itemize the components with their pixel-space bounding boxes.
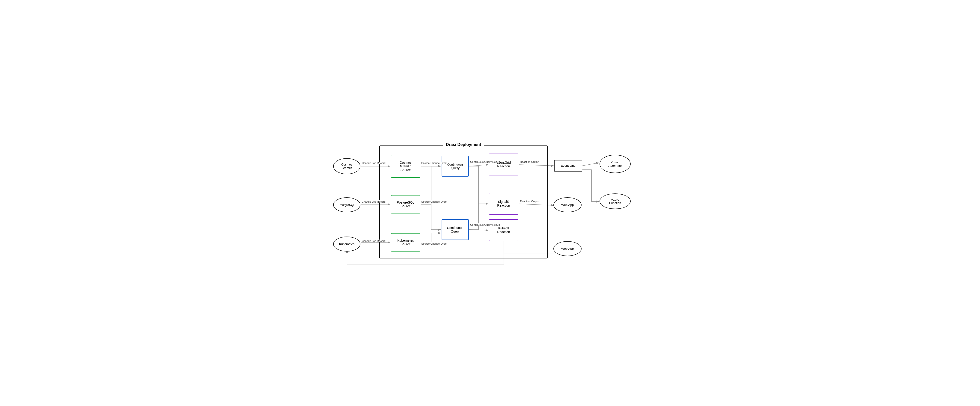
web-app-1-ellipse: Web App <box>554 197 582 212</box>
web-app-2-ellipse: Web App <box>554 241 582 256</box>
kubernetes-ellipse: Kubernetes <box>333 237 360 252</box>
kubernetes-source-box: Kubernetes Source <box>391 233 420 252</box>
change-log-record-1-label: Change Log Record <box>361 162 386 164</box>
source-change-2-label: Source Change Event <box>421 201 448 203</box>
cosmos-gremlin-ellipse: Cosmos Gremlin <box>333 158 360 174</box>
event-grid-external-box: Event Grid <box>554 160 582 172</box>
continuous-query-1-box: Continuous Query <box>442 156 469 177</box>
continuous-query-2-box: Continuous Query <box>442 219 469 240</box>
cosmos-gremlin-source-box: Cosmos Gremlin Source <box>391 155 420 178</box>
cq-result-1-label: Continuous Query Result <box>470 161 500 163</box>
azure-function-ellipse: Azure Function <box>600 193 631 209</box>
eventgrid-reaction-box: EventGrid Reaction <box>489 154 519 175</box>
source-change-3-label: Source Change Event <box>421 242 448 245</box>
signalr-reaction-box: SignalR Reaction <box>489 193 519 215</box>
drasi-title: Drasi Deployment <box>443 142 484 147</box>
diagram-container: Drasi Deployment Cosmos Gremlin PostgreS… <box>329 136 651 270</box>
power-automate-ellipse: Power Automate <box>600 155 631 173</box>
reaction-output-1-label: Reaction Output <box>520 161 539 163</box>
kubectl-reaction-box: Kubectl Reaction <box>489 219 519 241</box>
reaction-output-2-label: Reaction Output <box>520 200 539 203</box>
cq-result-2-label: Continuous Query Result <box>470 223 500 226</box>
change-log-record-2-label: Change Log Record <box>361 201 386 203</box>
postgresql-ellipse: PostgreSQL <box>333 197 360 212</box>
source-change-1-label: Source Change Event <box>421 162 448 164</box>
svg-line-10 <box>582 163 599 166</box>
postgresql-source-box: PostgreSQL Source <box>391 195 420 213</box>
change-log-record-3-label: Change Log Record <box>361 240 386 242</box>
